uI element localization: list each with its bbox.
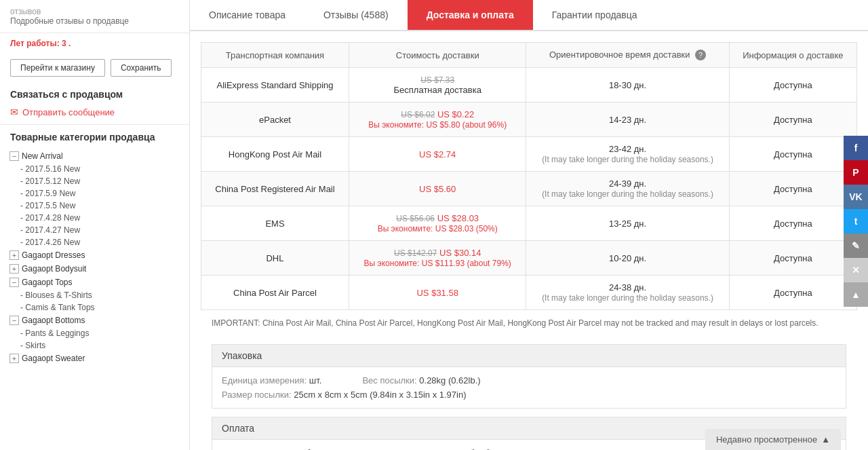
tree-item-sweater[interactable]: + Gagaopt Sweater	[7, 352, 182, 365]
tree-child-5[interactable]: - 2017.4.27 New	[20, 224, 182, 236]
facebook-button[interactable]: f	[844, 136, 868, 160]
time-note: (It may take longer during the holiday s…	[542, 155, 713, 164]
main-content: Описание товара Отзывы (4588) Доставка и…	[190, 0, 868, 450]
new-arrival-children: - 2017.5.16 New - 2017.5.12 New - 2017.5…	[7, 163, 182, 248]
recently-viewed-label: Недавно просмотренное	[716, 434, 817, 445]
tab-reviews[interactable]: Отзывы (4588)	[304, 0, 408, 30]
tree-child-camis[interactable]: - Camis & Tank Tops	[20, 301, 182, 314]
pinterest-icon: P	[852, 167, 859, 178]
main-price: US $28.03	[437, 213, 479, 223]
shipping-price: US $142.07 US $30.14 Вы экономите: US $1…	[349, 241, 526, 276]
important-note: IMPORTANT: China Post Air Mail, China Po…	[201, 310, 857, 336]
send-message-label: Отправить сообщение	[22, 107, 115, 117]
time-note: (It may take longer during the holiday s…	[542, 293, 713, 303]
recently-viewed-bar[interactable]: Недавно просмотренное ▲	[705, 429, 841, 450]
vk-button[interactable]: VK	[844, 185, 868, 209]
company-name: China Post Registered Air Mail	[201, 172, 349, 206]
tree-child-3[interactable]: - 2017.5.5 New	[20, 200, 182, 212]
tree-label-bottoms: Gagaopt Bottoms	[22, 316, 85, 325]
tree-item-bodysuit[interactable]: + Gagaopt Bodysuit	[7, 262, 182, 276]
tree-child-0[interactable]: - 2017.5.16 New	[20, 163, 182, 175]
tree-child-skirts[interactable]: - Skirts	[20, 339, 182, 352]
tree-item-bottoms[interactable]: − Gagaopt Bottoms	[7, 314, 182, 327]
chevron-up-small-icon: ▲	[821, 434, 830, 445]
delivery-time: 10-20 дн.	[526, 241, 729, 276]
delivery-time: 24-39 дн. (It may take longer during the…	[526, 172, 729, 206]
tree-child-blouses[interactable]: - Blouses & T-Shirts	[20, 289, 182, 301]
tree-label-sweater: Gagaopt Sweater	[22, 354, 85, 363]
close-icon: ✕	[852, 265, 860, 276]
table-row: ePacket US $6.02 US $0.22 Вы экономите: …	[201, 102, 857, 137]
availability: Доступна	[729, 137, 856, 172]
vk-icon: VK	[849, 191, 862, 202]
twitter-button[interactable]: t	[844, 209, 868, 233]
goto-store-button[interactable]: Перейти к магазину	[10, 59, 105, 77]
table-row: China Post Registered Air Mail US $5.60 …	[201, 172, 857, 206]
shipping-price: US $31.58	[349, 276, 526, 310]
shipping-price: US $5.60	[349, 172, 526, 206]
shipping-price: US $7.33 Бесплатная доставка	[349, 68, 526, 102]
time-note: (It may take longer during the holiday s…	[542, 189, 713, 199]
delivery-time: 23-42 дн. (It may take longer during the…	[526, 137, 729, 172]
availability: Доступна	[729, 276, 856, 310]
shipping-table: Транспортная компания Стоимость доставки…	[201, 42, 857, 310]
size-label: Размер посылки:	[222, 390, 292, 400]
tree-item-dresses[interactable]: + Gagaopt Dresses	[7, 248, 182, 262]
pinterest-button[interactable]: P	[844, 160, 868, 185]
reviews-link[interactable]: Подробные отзывы о продавце	[10, 16, 179, 26]
plus-icon-3: +	[9, 354, 19, 363]
shipping-price: US $56.06 US $28.03 Вы экономите: US $28…	[349, 206, 526, 241]
availability: Доступна	[729, 102, 856, 137]
help-icon[interactable]: ?	[695, 50, 706, 60]
minus-icon: −	[9, 151, 19, 161]
tree-label-new-arrival: New Arrival	[22, 151, 63, 161]
col-cost: Стоимость доставки	[349, 43, 526, 68]
main-price: Бесплатная доставка	[394, 85, 481, 95]
bottoms-children: - Pants & Leggings - Skirts	[7, 327, 182, 352]
send-message-button[interactable]: ✉ Отправить сообщение	[0, 104, 189, 124]
availability: Доступна	[729, 206, 856, 241]
col-time-label: Ориентировочное время доставки	[549, 50, 690, 60]
company-name: ePacket	[201, 102, 349, 137]
store-actions: Перейти к магазину Сохранить	[0, 54, 189, 82]
tab-description[interactable]: Описание товара	[190, 0, 304, 30]
packaging-title: Упаковка	[212, 345, 846, 367]
plus-icon: +	[9, 250, 19, 260]
minus-icon-2: −	[9, 278, 19, 287]
chevron-up-icon: ▲	[851, 289, 861, 300]
reviews-section: отзывов Подробные отзывы о продавце	[0, 0, 189, 33]
availability: Доступна	[729, 68, 856, 102]
save-price: Вы экономите: US $5.80 (about 96%)	[368, 120, 507, 130]
col-company: Транспортная компания	[201, 43, 349, 68]
tree-child-1[interactable]: - 2017.5.12 New	[20, 175, 182, 187]
categories-title: Товарные категории продавца	[0, 124, 189, 147]
contact-title: Связаться с продавцом	[0, 82, 189, 104]
years-label: Лет работы:	[10, 39, 60, 48]
company-name: DHL	[201, 241, 349, 276]
tab-delivery[interactable]: Доставка и оплата	[408, 0, 533, 30]
save-price: Вы экономите: US $28.03 (50%)	[378, 224, 498, 233]
tree-label-bodysuit: Gagaopt Bodysuit	[22, 264, 86, 274]
close-social-button[interactable]: ✕	[844, 258, 868, 282]
unit-value: шт.	[309, 375, 322, 386]
tree-label-tops: Gagaopt Tops	[22, 278, 73, 287]
tree-child-4[interactable]: - 2017.4.28 New	[20, 212, 182, 224]
tree-child-2[interactable]: - 2017.5.9 New	[20, 187, 182, 200]
unit-label: Единица измерения:	[222, 375, 307, 386]
years-dot: .	[68, 39, 71, 48]
save-store-button[interactable]: Сохранить	[111, 59, 172, 77]
years-value: 3	[62, 39, 66, 48]
tree-item-new-arrival[interactable]: − New Arrival	[7, 149, 182, 163]
tab-guarantee[interactable]: Гарантии продавца	[533, 0, 656, 30]
scroll-up-button[interactable]: ▲	[844, 282, 868, 307]
tree-child-6[interactable]: - 2017.4.26 New	[20, 236, 182, 248]
delivery-time: 13-25 дн.	[526, 206, 729, 241]
delivery-time: 24-38 дн. (It may take longer during the…	[526, 276, 729, 310]
email-icon: ✉	[10, 107, 18, 117]
edit-button[interactable]: ✎	[844, 233, 868, 258]
delivery-time: 14-23 дн.	[526, 102, 729, 137]
tree-item-tops[interactable]: − Gagaopt Tops	[7, 276, 182, 289]
tabs-bar: Описание товара Отзывы (4588) Доставка и…	[190, 0, 868, 31]
twitter-icon: t	[854, 216, 858, 227]
tree-child-pants[interactable]: - Pants & Leggings	[20, 327, 182, 339]
